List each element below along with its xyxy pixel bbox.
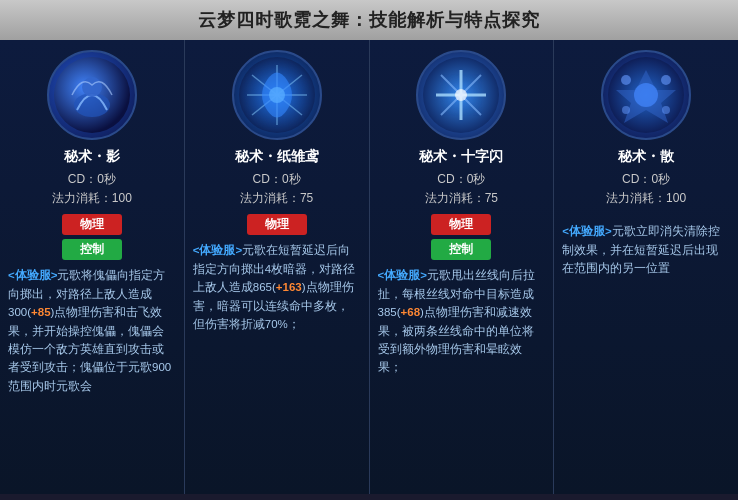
- svg-point-14: [661, 75, 671, 85]
- skill-icon-skill4: [601, 50, 691, 140]
- skill-cd-skill3: CD：0秒法力消耗：75: [425, 170, 498, 208]
- skill-name-skill4: 秘术・散: [618, 148, 674, 166]
- skill-icon-skill1: [47, 50, 137, 140]
- svg-point-12: [634, 83, 658, 107]
- skill-col-skill4: 秘术・散CD：0秒法力消耗：100<体验服>元歌立即消失清除控制效果，并在短暂延…: [554, 40, 738, 494]
- skill-cd-skill2: CD：0秒法力消耗：75: [240, 170, 313, 208]
- skill-col-skill1: 秘术・影CD：0秒法力消耗：100物理控制<体验服>元歌将傀儡向指定方向掷出，对…: [0, 40, 185, 494]
- skill-col-skill3: 秘术・十字闪CD：0秒法力消耗：75物理控制<体验服>元歌甩出丝线向后拉扯，每根…: [370, 40, 555, 494]
- skill-desc-skill2: <体验服>元歌在短暂延迟后向指定方向掷出4枚暗器，对路径上敌人造成865(+16…: [193, 241, 361, 333]
- skill-desc-skill1: <体验服>元歌将傀儡向指定方向掷出，对路径上敌人造成300(+85)点物理伤害和…: [8, 266, 176, 395]
- badge-row-skill3: 物理控制: [431, 214, 491, 260]
- badge-row-skill1: 物理控制: [62, 214, 122, 260]
- skill-desc-skill4: <体验服>元歌立即消失清除控制效果，并在短暂延迟后出现在范围内的另一位置: [562, 222, 730, 277]
- svg-point-15: [622, 106, 630, 114]
- skills-container: 秘术・影CD：0秒法力消耗：100物理控制<体验服>元歌将傀儡向指定方向掷出，对…: [0, 40, 738, 494]
- badge-green-skill1: 控制: [62, 239, 122, 260]
- badge-green-skill3: 控制: [431, 239, 491, 260]
- svg-point-2: [82, 77, 102, 97]
- skill-name-skill1: 秘术・影: [64, 148, 120, 166]
- skill-desc-skill3: <体验服>元歌甩出丝线向后拉扯，每根丝线对命中目标造成385(+68)点物理伤害…: [378, 266, 546, 376]
- svg-point-13: [621, 75, 631, 85]
- svg-point-10: [455, 89, 467, 101]
- svg-point-16: [662, 106, 670, 114]
- badge-red-skill1: 物理: [62, 214, 122, 235]
- badge-red-skill2: 物理: [247, 214, 307, 235]
- skill-name-skill3: 秘术・十字闪: [419, 148, 503, 166]
- skill-col-skill2: 秘术・纸雏鸢CD：0秒法力消耗：75物理<体验服>元歌在短暂延迟后向指定方向掷出…: [185, 40, 370, 494]
- svg-point-4: [269, 87, 285, 103]
- skill-cd-skill4: CD：0秒法力消耗：100: [606, 170, 686, 208]
- page-header: 云梦四时歌霓之舞：技能解析与特点探究: [0, 0, 738, 40]
- badge-red-skill3: 物理: [431, 214, 491, 235]
- skill-cd-skill1: CD：0秒法力消耗：100: [52, 170, 132, 208]
- page-title: 云梦四时歌霓之舞：技能解析与特点探究: [0, 0, 738, 40]
- badge-row-skill2: 物理: [247, 214, 307, 235]
- skill-name-skill2: 秘术・纸雏鸢: [235, 148, 319, 166]
- skill-icon-skill3: [416, 50, 506, 140]
- skill-icon-skill2: [232, 50, 322, 140]
